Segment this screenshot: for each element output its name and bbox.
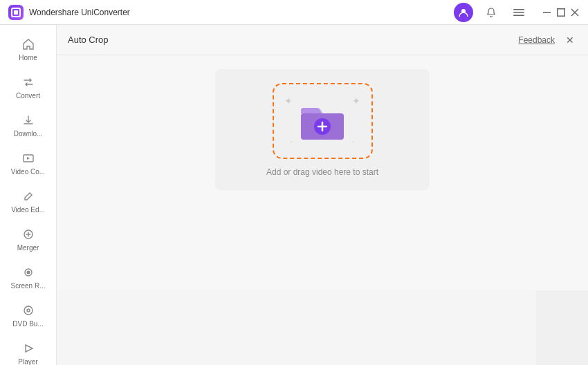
sidebar-screen-rec-label: Screen R... bbox=[10, 282, 45, 290]
svg-point-14 bbox=[24, 306, 33, 315]
sidebar-item-video-comp[interactable]: Video Co... bbox=[0, 144, 56, 182]
app-window: Wondershare UniConverter bbox=[0, 0, 588, 365]
video-comp-icon bbox=[21, 151, 35, 165]
panel-content: ✦ ✦ · · bbox=[57, 55, 588, 290]
panel-header: Auto Crop Feedback ✕ bbox=[57, 25, 588, 55]
panel-header-right: Feedback ✕ bbox=[518, 33, 577, 47]
menu-icon[interactable] bbox=[509, 3, 529, 22]
sidebar-item-screen-rec[interactable]: Screen R... bbox=[0, 259, 56, 297]
title-bar: Wondershare UniConverter bbox=[0, 0, 588, 25]
sidebar-player-label: Player bbox=[18, 358, 37, 365]
maximize-button[interactable] bbox=[556, 8, 566, 17]
window-controls bbox=[542, 8, 580, 17]
sparkle-4: · bbox=[352, 135, 355, 147]
feedback-button[interactable]: Feedback bbox=[518, 35, 555, 45]
sidebar-item-home[interactable]: Home bbox=[0, 30, 56, 68]
sparkle-3: · bbox=[290, 135, 293, 147]
sidebar-home-label: Home bbox=[19, 54, 37, 62]
sidebar-item-video-edit[interactable]: Video Ed... bbox=[0, 182, 56, 221]
home-icon bbox=[21, 37, 35, 51]
sidebar: Home Convert Downlo... bbox=[0, 25, 57, 365]
sidebar-item-download[interactable]: Downlo... bbox=[0, 106, 56, 144]
svg-rect-6 bbox=[543, 12, 551, 13]
panel-title: Auto Crop bbox=[68, 35, 109, 45]
player-icon bbox=[21, 341, 35, 355]
video-edit-icon bbox=[21, 189, 35, 203]
svg-rect-3 bbox=[513, 9, 524, 10]
svg-point-15 bbox=[27, 309, 30, 312]
sidebar-item-merger[interactable]: Merger bbox=[0, 221, 56, 259]
dvd-icon bbox=[21, 303, 35, 317]
svg-rect-7 bbox=[558, 8, 565, 16]
screen-rec-icon bbox=[21, 265, 35, 279]
svg-rect-5 bbox=[513, 15, 524, 16]
folder-icon bbox=[298, 101, 347, 141]
convert-icon bbox=[21, 75, 35, 89]
sidebar-dvd-label: DVD Bu... bbox=[12, 320, 43, 328]
sidebar-convert-label: Convert bbox=[16, 92, 40, 100]
auto-crop-panel: Auto Crop Feedback ✕ ✦ ✦ · · bbox=[57, 25, 588, 290]
svg-rect-4 bbox=[513, 12, 524, 13]
drop-zone[interactable]: ✦ ✦ · · bbox=[215, 69, 430, 190]
drop-zone-label: Add or drag video here to start bbox=[266, 167, 378, 177]
sidebar-video-comp-label: Video Co... bbox=[11, 168, 45, 176]
sidebar-item-convert[interactable]: Convert bbox=[0, 68, 56, 106]
svg-point-13 bbox=[26, 271, 30, 274]
drop-zone-border: ✦ ✦ · · bbox=[273, 83, 373, 159]
minimize-button[interactable] bbox=[542, 8, 552, 17]
folder-icon-wrap: ✦ ✦ · · bbox=[298, 101, 347, 141]
sidebar-merger-label: Merger bbox=[17, 244, 39, 252]
main-area: Home Convert Downlo... bbox=[0, 25, 588, 365]
sparkle-2: ✦ bbox=[352, 95, 360, 106]
svg-rect-1 bbox=[14, 10, 18, 15]
sidebar-video-edit-label: Video Ed... bbox=[11, 206, 45, 214]
bell-icon[interactable] bbox=[481, 3, 501, 22]
app-title: Wondershare UniConverter bbox=[29, 8, 454, 17]
app-logo bbox=[8, 5, 24, 20]
sidebar-item-dvd[interactable]: DVD Bu... bbox=[0, 297, 56, 335]
merger-icon bbox=[21, 227, 35, 241]
titlebar-controls bbox=[454, 3, 580, 22]
panel-close-button[interactable]: ✕ bbox=[563, 33, 577, 47]
sidebar-item-player[interactable]: Player bbox=[0, 335, 56, 365]
download-icon bbox=[21, 113, 35, 127]
content-area: Auto Crop Feedback ✕ ✦ ✦ · · bbox=[57, 25, 588, 365]
close-button[interactable] bbox=[570, 8, 580, 17]
user-avatar[interactable] bbox=[454, 3, 473, 22]
sparkle-1: ✦ bbox=[284, 95, 293, 106]
sidebar-download-label: Downlo... bbox=[14, 130, 43, 138]
